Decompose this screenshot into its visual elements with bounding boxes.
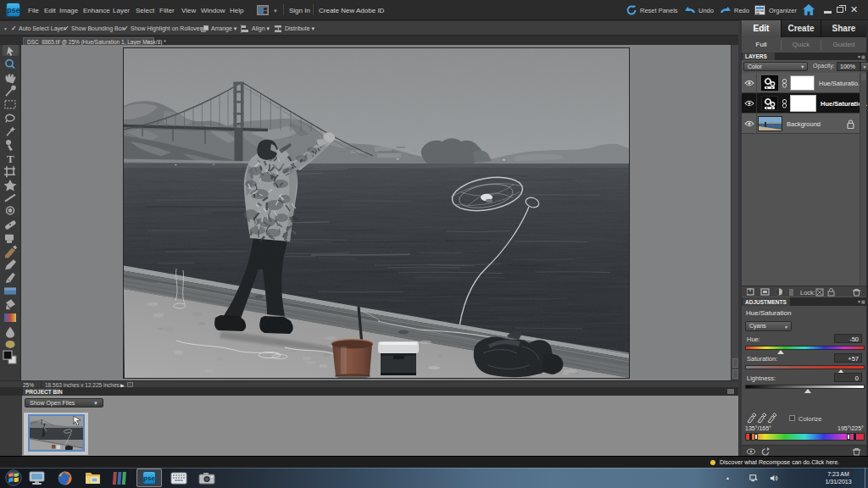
- svg-text:T: T: [7, 152, 14, 165]
- svg-text:Lock:: Lock:: [800, 289, 815, 297]
